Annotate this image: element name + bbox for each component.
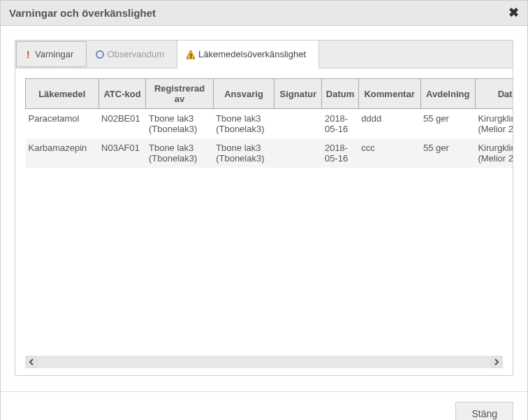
col-ward[interactable]: Avdelning bbox=[420, 79, 475, 109]
cell-responsible: Tbone lak3 (Tbonelak3) bbox=[213, 138, 274, 168]
col-comment[interactable]: Kommentar bbox=[358, 79, 420, 109]
col-registered-by[interactable]: Registrerad av bbox=[146, 79, 213, 109]
svg-text:!: ! bbox=[190, 52, 192, 59]
dialog-window: Varningar och överkänslighet ✖ ! Varning… bbox=[0, 0, 528, 420]
dialog-footer: Stäng bbox=[1, 391, 527, 420]
cell-drug: Paracetamol bbox=[26, 109, 99, 139]
horizontal-scrollbar[interactable] bbox=[25, 356, 503, 368]
col-date[interactable]: Datum bbox=[322, 79, 358, 109]
cell-signature bbox=[274, 109, 322, 139]
tab-drug-sensitivity-label: Läkemedelsöverkänslighet bbox=[198, 49, 306, 59]
cell-ward: 55 ger bbox=[420, 138, 475, 168]
warning-triangle-icon: ! bbox=[186, 50, 196, 59]
dialog-content: ! Varningar Observandum ! Läkemedelsöver… bbox=[1, 26, 527, 390]
svg-point-1 bbox=[96, 51, 103, 58]
cell-ward: 55 ger bbox=[420, 109, 475, 139]
cell-date: 2018-05-16 bbox=[322, 109, 358, 139]
col-responsible[interactable]: Ansvarig bbox=[213, 79, 274, 109]
tab-warnings[interactable]: ! Varningar bbox=[16, 41, 87, 67]
cell-atc: N03AF01 bbox=[98, 138, 146, 168]
tab-warnings-label: Varningar bbox=[35, 49, 73, 59]
scroll-track[interactable] bbox=[38, 356, 490, 368]
cell-database: Kirurgklinik A (Melior 2 enhet1) bbox=[475, 138, 513, 168]
cell-registered_by: Tbone lak3 (Tbonelak3) bbox=[146, 138, 213, 168]
cell-atc: N02BE01 bbox=[98, 109, 146, 139]
cell-comment: ccc bbox=[358, 138, 420, 168]
cell-responsible: Tbone lak3 (Tbonelak3) bbox=[213, 109, 274, 139]
cell-database: Kirurgklinik A (Melior 2 enhet1) bbox=[475, 109, 513, 139]
table-scroll: Läkemedel ATC-kod Registrerad av Ansvari… bbox=[25, 78, 513, 354]
col-database[interactable]: Databas bbox=[475, 79, 513, 109]
tab-observandum[interactable]: Observandum bbox=[87, 41, 177, 68]
tab-bar: ! Varningar Observandum ! Läkemedelsöver… bbox=[15, 40, 513, 68]
close-icon[interactable]: ✖ bbox=[508, 5, 519, 20]
exclamation-icon: ! bbox=[25, 50, 32, 59]
svg-text:!: ! bbox=[27, 50, 30, 59]
cell-signature bbox=[274, 138, 322, 168]
cell-registered_by: Tbone lak3 (Tbonelak3) bbox=[146, 109, 213, 139]
cell-date: 2018-05-16 bbox=[322, 138, 358, 168]
scroll-right-arrow-icon[interactable] bbox=[490, 356, 503, 368]
scroll-left-arrow-icon[interactable] bbox=[25, 356, 38, 368]
table-header-row: Läkemedel ATC-kod Registrerad av Ansvari… bbox=[26, 79, 513, 109]
titlebar: Varningar och överkänslighet ✖ bbox=[1, 1, 527, 26]
table-container: Läkemedel ATC-kod Registrerad av Ansvari… bbox=[15, 68, 513, 376]
cell-drug: Karbamazepin bbox=[26, 138, 99, 168]
tab-observandum-label: Observandum bbox=[107, 49, 164, 59]
table-row[interactable]: KarbamazepinN03AF01Tbone lak3 (Tbonelak3… bbox=[26, 138, 513, 168]
circle-icon bbox=[96, 50, 104, 59]
sensitivity-table: Läkemedel ATC-kod Registrerad av Ansvari… bbox=[25, 78, 513, 168]
close-button[interactable]: Stäng bbox=[455, 402, 513, 420]
dialog-title: Varningar och överkänslighet bbox=[9, 7, 156, 19]
col-atc[interactable]: ATC-kod bbox=[98, 79, 146, 109]
col-drug[interactable]: Läkemedel bbox=[26, 79, 99, 109]
tab-drug-sensitivity[interactable]: ! Läkemedelsöverkänslighet bbox=[177, 41, 319, 68]
cell-comment: dddd bbox=[358, 109, 420, 139]
table-row[interactable]: ParacetamolN02BE01Tbone lak3 (Tbonelak3)… bbox=[26, 109, 513, 139]
col-signature[interactable]: Signatur bbox=[274, 79, 322, 109]
